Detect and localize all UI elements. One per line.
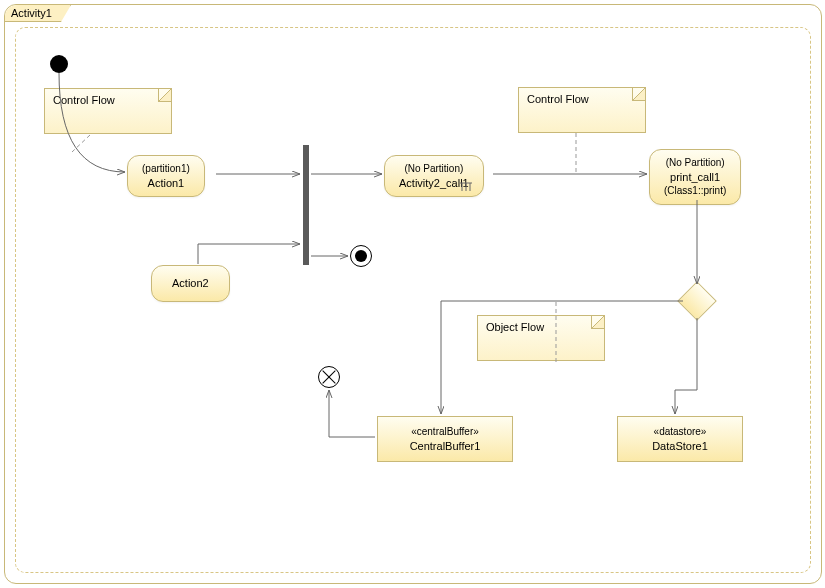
central-buffer-node: «centralBuffer» CentralBuffer1 — [377, 416, 513, 462]
flow-final-node — [318, 366, 340, 388]
action-print-call: (No Partition) print_call1 (Class1::prin… — [649, 149, 741, 205]
activity-final-node — [350, 245, 372, 267]
action-partition: (No Partition) — [399, 162, 469, 176]
data-store-node: «datastore» DataStore1 — [617, 416, 743, 462]
note-control-flow-1: Control Flow — [44, 88, 172, 134]
note-control-flow-2: Control Flow — [518, 87, 646, 133]
note-text: Object Flow — [486, 321, 544, 333]
action-activity2-call: (No Partition) Activity2_call1 — [384, 155, 484, 197]
action-sub: (Class1::print) — [664, 184, 726, 198]
note-object-flow: Object Flow — [477, 315, 605, 361]
action-label: Action2 — [172, 276, 209, 291]
fork-bar — [303, 145, 309, 265]
rake-icon — [459, 182, 473, 192]
stereotype: «datastore» — [630, 425, 730, 439]
frame-title: Activity1 — [5, 5, 71, 22]
action-action2: Action2 — [151, 265, 230, 302]
action-partition: (No Partition) — [664, 156, 726, 170]
initial-node — [50, 55, 68, 73]
action-label: print_call1 — [664, 170, 726, 185]
note-text: Control Flow — [527, 93, 589, 105]
action-label: Action1 — [142, 176, 190, 191]
object-label: CentralBuffer1 — [390, 439, 500, 454]
action-action1: (partition1) Action1 — [127, 155, 205, 197]
stereotype: «centralBuffer» — [390, 425, 500, 439]
object-label: DataStore1 — [630, 439, 730, 454]
note-text: Control Flow — [53, 94, 115, 106]
action-partition: (partition1) — [142, 162, 190, 176]
